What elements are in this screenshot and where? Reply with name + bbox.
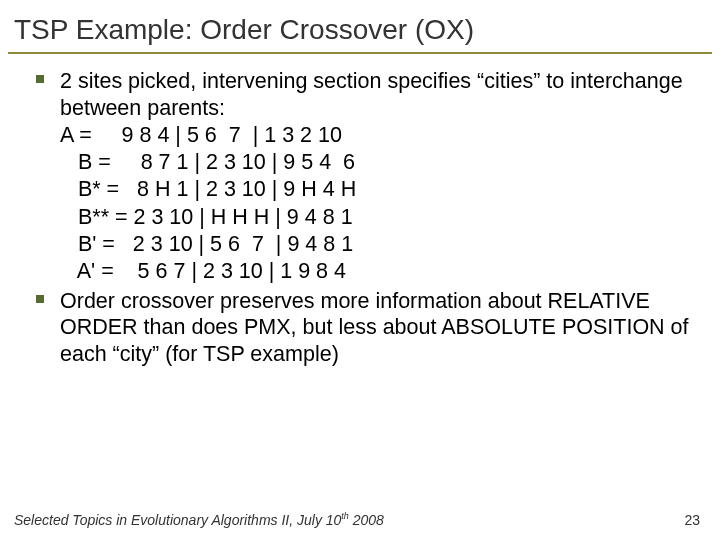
bullet-text: Order crossover preserves more informati… bbox=[60, 288, 692, 369]
content-area: 2 sites picked, intervening section spec… bbox=[0, 54, 720, 368]
bullet-item: Order crossover preserves more informati… bbox=[60, 288, 692, 369]
bullet-text: 2 sites picked, intervening section spec… bbox=[60, 68, 692, 122]
page-number: 23 bbox=[684, 512, 700, 528]
square-bullet-icon bbox=[36, 75, 44, 83]
equation-line: B = 8 7 1 | 2 3 10 | 9 5 4 6 bbox=[60, 149, 692, 176]
square-bullet-icon bbox=[36, 295, 44, 303]
equation-line: A = 9 8 4 | 5 6 7 | 1 3 2 10 bbox=[60, 122, 692, 149]
equation-block: A = 9 8 4 | 5 6 7 | 1 3 2 10 B = 8 7 1 |… bbox=[60, 122, 692, 286]
slide: TSP Example: Order Crossover (OX) 2 site… bbox=[0, 0, 720, 540]
footer-prefix: Selected Topics in Evolutionary Algorith… bbox=[14, 512, 341, 528]
slide-title: TSP Example: Order Crossover (OX) bbox=[0, 0, 720, 52]
footer-suffix: 2008 bbox=[349, 512, 384, 528]
equation-line: A' = 5 6 7 | 2 3 10 | 1 9 8 4 bbox=[60, 258, 692, 285]
footer-text: Selected Topics in Evolutionary Algorith… bbox=[14, 511, 384, 528]
footer-superscript: th bbox=[341, 511, 349, 521]
bullet-item: 2 sites picked, intervening section spec… bbox=[60, 68, 692, 286]
equation-line: B' = 2 3 10 | 5 6 7 | 9 4 8 1 bbox=[60, 231, 692, 258]
equation-line: B** = 2 3 10 | H H H | 9 4 8 1 bbox=[60, 204, 692, 231]
equation-line: B* = 8 H 1 | 2 3 10 | 9 H 4 H bbox=[60, 176, 692, 203]
